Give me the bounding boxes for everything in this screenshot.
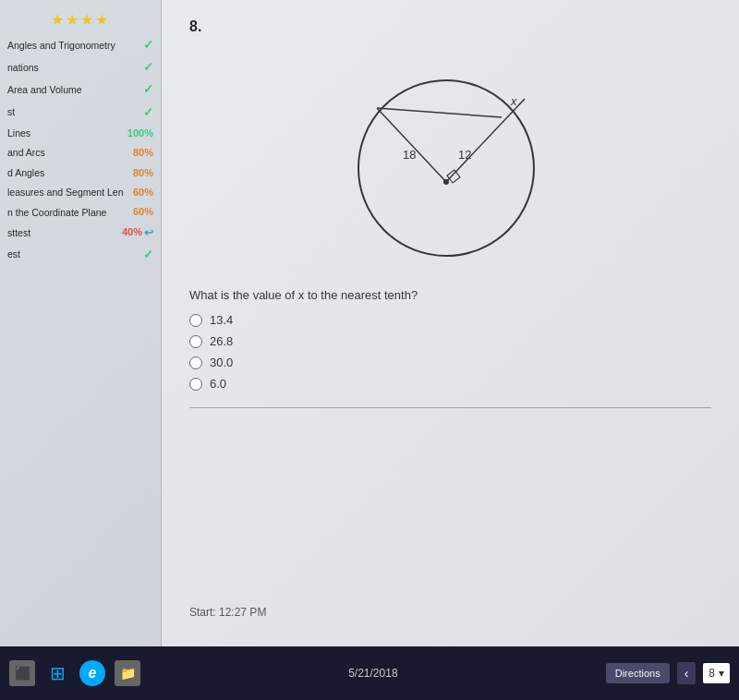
edit-icon: ↩ — [144, 225, 153, 241]
answer-label-1: 13.4 — [210, 313, 233, 327]
sidebar-item-trigonometry[interactable]: Angles and Trigonometry ✓ — [6, 34, 155, 56]
directions-button[interactable]: Directions — [606, 663, 670, 683]
radio-2[interactable] — [189, 335, 202, 348]
taskbar: ⬛ ⊞ e 📁 5/21/2018 Directions ‹ 8 ▾ — [0, 646, 739, 700]
sidebar-item-angles[interactable]: d Angles 80% — [6, 163, 155, 183]
sidebar-pct-coordinate: 60% — [133, 205, 153, 219]
svg-line-5 — [377, 108, 502, 117]
sidebar-label-angles: d Angles — [7, 166, 133, 180]
answer-choices: 13.4 26.8 30.0 6.0 — [189, 313, 711, 391]
question-number: 8. — [189, 18, 711, 35]
svg-rect-4 — [446, 170, 459, 183]
screen: ★★★★ Angles and Trigonometry ✓ nations ✓… — [0, 0, 739, 646]
answer-choice-3[interactable]: 30.0 — [189, 356, 711, 369]
label-12: 12 — [458, 148, 471, 162]
sidebar-item-segment[interactable]: leasures and Segment Len 60% — [6, 183, 155, 202]
sidebar-label-nations: nations — [7, 61, 139, 75]
sidebar-check-area-volume: ✓ — [143, 81, 153, 98]
start-time: Start: 12:27 PM — [189, 606, 266, 619]
svg-line-3 — [446, 99, 525, 182]
page-number-display: 8 ▾ — [703, 663, 730, 683]
taskbar-center: 5/21/2018 — [140, 667, 606, 680]
answer-choice-1[interactable]: 13.4 — [189, 313, 711, 327]
answer-label-4: 6.0 — [210, 377, 226, 391]
star-rating: ★★★★ — [6, 7, 155, 34]
sidebar-label-coordinate: n the Coordinate Plane — [7, 206, 133, 220]
taskbar-date: 5/21/2018 — [348, 667, 397, 680]
taskbar-screen-icon[interactable]: ⬛ — [9, 660, 35, 686]
svg-line-2 — [377, 108, 446, 182]
radio-4[interactable] — [189, 378, 202, 391]
question-text: What is the value of x to the nearest te… — [189, 288, 711, 302]
diagram-container: x 18 12 — [189, 48, 711, 270]
sidebar-pct-sttest: 40% ↩ — [122, 225, 153, 241]
sidebar-check-est: ✓ — [143, 247, 153, 263]
sidebar-check-trigonometry: ✓ — [143, 37, 153, 54]
prev-button[interactable]: ‹ — [677, 662, 697, 684]
taskbar-right: Directions ‹ 8 ▾ — [606, 662, 730, 684]
sidebar-item-arcs[interactable]: and Arcs 80% — [6, 143, 155, 163]
label-x: x — [510, 94, 517, 108]
sidebar-label-st: st — [7, 105, 139, 119]
svg-point-0 — [358, 80, 534, 256]
sidebar-item-nations[interactable]: nations ✓ — [6, 56, 155, 78]
content-divider — [189, 407, 711, 408]
sidebar-check-st: ✓ — [143, 104, 153, 121]
sidebar-item-sttest[interactable]: sttest 40% ↩ — [6, 223, 155, 244]
taskbar-folder-icon[interactable]: 📁 — [115, 660, 140, 686]
sidebar-pct-angles: 80% — [133, 166, 153, 180]
main-content: 8. — [162, 0, 739, 646]
sidebar-item-area-volume[interactable]: Area and Volume ✓ — [6, 78, 155, 101]
sidebar-item-lines[interactable]: Lines 100% — [6, 124, 155, 143]
taskbar-ie-icon[interactable]: e — [79, 660, 105, 686]
sidebar-item-est[interactable]: est ✓ — [6, 244, 155, 266]
sidebar-label-arcs: and Arcs — [7, 146, 133, 160]
sidebar-pct-segment: 60% — [133, 186, 153, 199]
page-number: 8 — [709, 667, 715, 680]
sidebar-check-nations: ✓ — [143, 59, 153, 76]
sidebar-label-trigonometry: Angles and Trigonometry — [7, 39, 139, 53]
taskbar-left: ⬛ ⊞ e 📁 — [9, 660, 140, 686]
circle-diagram: x 18 12 — [331, 48, 571, 270]
answer-choice-4[interactable]: 6.0 — [189, 377, 711, 391]
dropdown-icon[interactable]: ▾ — [719, 667, 724, 680]
answer-label-3: 30.0 — [210, 356, 233, 369]
sidebar-item-coordinate[interactable]: n the Coordinate Plane 60% — [6, 202, 155, 222]
sidebar-pct-arcs: 80% — [133, 146, 153, 160]
sidebar-label-lines: Lines — [7, 127, 127, 140]
sidebar-label-sttest: sttest — [7, 226, 122, 240]
sidebar-label-area-volume: Area and Volume — [7, 83, 139, 97]
sidebar-pct-lines: 100% — [127, 127, 153, 140]
answer-choice-2[interactable]: 26.8 — [189, 334, 711, 348]
taskbar-windows-icon[interactable]: ⊞ — [44, 660, 70, 686]
radio-3[interactable] — [189, 356, 202, 369]
radio-1[interactable] — [189, 314, 202, 327]
sidebar-label-est: est — [7, 247, 139, 261]
label-18: 18 — [403, 148, 416, 162]
sidebar-label-segment: leasures and Segment Len — [7, 186, 133, 199]
sidebar-item-st[interactable]: st ✓ — [6, 102, 155, 124]
answer-label-2: 26.8 — [210, 334, 233, 348]
sidebar: ★★★★ Angles and Trigonometry ✓ nations ✓… — [0, 0, 162, 646]
